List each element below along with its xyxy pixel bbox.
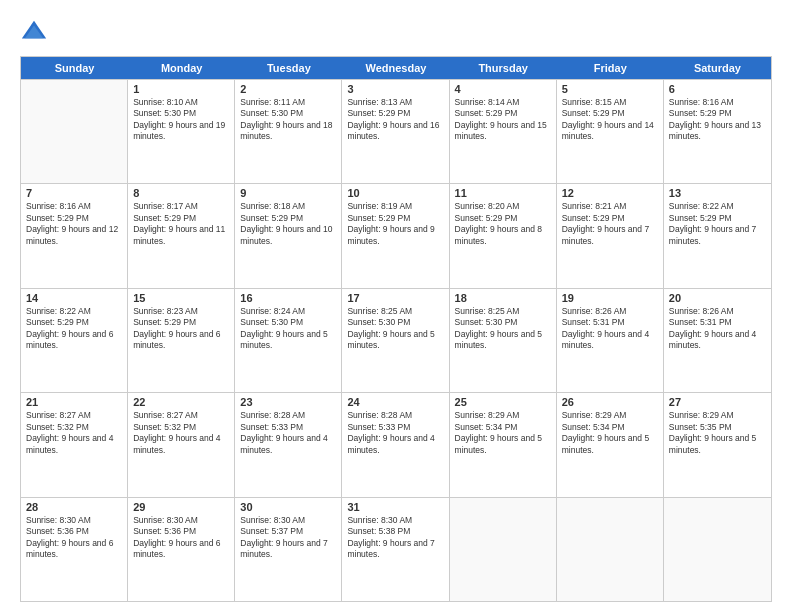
calendar-row-4: 28Sunrise: 8:30 AMSunset: 5:36 PMDayligh…	[21, 497, 771, 601]
day-number: 17	[347, 292, 443, 304]
day-cell-20: 20Sunrise: 8:26 AMSunset: 5:31 PMDayligh…	[664, 289, 771, 392]
day-cell-19: 19Sunrise: 8:26 AMSunset: 5:31 PMDayligh…	[557, 289, 664, 392]
day-cell-14: 14Sunrise: 8:22 AMSunset: 5:29 PMDayligh…	[21, 289, 128, 392]
header-day-wednesday: Wednesday	[342, 57, 449, 79]
day-cell-2: 2Sunrise: 8:11 AMSunset: 5:30 PMDaylight…	[235, 80, 342, 183]
day-cell-11: 11Sunrise: 8:20 AMSunset: 5:29 PMDayligh…	[450, 184, 557, 287]
day-cell-10: 10Sunrise: 8:19 AMSunset: 5:29 PMDayligh…	[342, 184, 449, 287]
cell-info: Sunrise: 8:27 AMSunset: 5:32 PMDaylight:…	[26, 410, 122, 456]
day-number: 29	[133, 501, 229, 513]
empty-cell	[450, 498, 557, 601]
day-cell-27: 27Sunrise: 8:29 AMSunset: 5:35 PMDayligh…	[664, 393, 771, 496]
cell-info: Sunrise: 8:28 AMSunset: 5:33 PMDaylight:…	[240, 410, 336, 456]
header	[20, 18, 772, 46]
cell-info: Sunrise: 8:18 AMSunset: 5:29 PMDaylight:…	[240, 201, 336, 247]
cell-info: Sunrise: 8:23 AMSunset: 5:29 PMDaylight:…	[133, 306, 229, 352]
cell-info: Sunrise: 8:15 AMSunset: 5:29 PMDaylight:…	[562, 97, 658, 143]
empty-cell	[557, 498, 664, 601]
day-cell-18: 18Sunrise: 8:25 AMSunset: 5:30 PMDayligh…	[450, 289, 557, 392]
cell-info: Sunrise: 8:30 AMSunset: 5:36 PMDaylight:…	[133, 515, 229, 561]
cell-info: Sunrise: 8:22 AMSunset: 5:29 PMDaylight:…	[26, 306, 122, 352]
day-cell-29: 29Sunrise: 8:30 AMSunset: 5:36 PMDayligh…	[128, 498, 235, 601]
day-number: 9	[240, 187, 336, 199]
day-cell-9: 9Sunrise: 8:18 AMSunset: 5:29 PMDaylight…	[235, 184, 342, 287]
cell-info: Sunrise: 8:30 AMSunset: 5:36 PMDaylight:…	[26, 515, 122, 561]
cell-info: Sunrise: 8:13 AMSunset: 5:29 PMDaylight:…	[347, 97, 443, 143]
cell-info: Sunrise: 8:26 AMSunset: 5:31 PMDaylight:…	[669, 306, 766, 352]
day-number: 15	[133, 292, 229, 304]
day-number: 13	[669, 187, 766, 199]
day-number: 31	[347, 501, 443, 513]
calendar-row-3: 21Sunrise: 8:27 AMSunset: 5:32 PMDayligh…	[21, 392, 771, 496]
header-day-monday: Monday	[128, 57, 235, 79]
cell-info: Sunrise: 8:24 AMSunset: 5:30 PMDaylight:…	[240, 306, 336, 352]
cell-info: Sunrise: 8:30 AMSunset: 5:38 PMDaylight:…	[347, 515, 443, 561]
cell-info: Sunrise: 8:16 AMSunset: 5:29 PMDaylight:…	[669, 97, 766, 143]
day-number: 21	[26, 396, 122, 408]
day-cell-23: 23Sunrise: 8:28 AMSunset: 5:33 PMDayligh…	[235, 393, 342, 496]
day-number: 12	[562, 187, 658, 199]
day-cell-25: 25Sunrise: 8:29 AMSunset: 5:34 PMDayligh…	[450, 393, 557, 496]
day-cell-30: 30Sunrise: 8:30 AMSunset: 5:37 PMDayligh…	[235, 498, 342, 601]
day-number: 30	[240, 501, 336, 513]
calendar: SundayMondayTuesdayWednesdayThursdayFrid…	[20, 56, 772, 602]
logo	[20, 18, 52, 46]
day-number: 10	[347, 187, 443, 199]
day-number: 11	[455, 187, 551, 199]
day-cell-8: 8Sunrise: 8:17 AMSunset: 5:29 PMDaylight…	[128, 184, 235, 287]
day-cell-26: 26Sunrise: 8:29 AMSunset: 5:34 PMDayligh…	[557, 393, 664, 496]
day-number: 3	[347, 83, 443, 95]
cell-info: Sunrise: 8:29 AMSunset: 5:35 PMDaylight:…	[669, 410, 766, 456]
page: SundayMondayTuesdayWednesdayThursdayFrid…	[0, 0, 792, 612]
header-day-tuesday: Tuesday	[235, 57, 342, 79]
cell-info: Sunrise: 8:10 AMSunset: 5:30 PMDaylight:…	[133, 97, 229, 143]
empty-cell	[664, 498, 771, 601]
cell-info: Sunrise: 8:25 AMSunset: 5:30 PMDaylight:…	[347, 306, 443, 352]
cell-info: Sunrise: 8:20 AMSunset: 5:29 PMDaylight:…	[455, 201, 551, 247]
day-cell-6: 6Sunrise: 8:16 AMSunset: 5:29 PMDaylight…	[664, 80, 771, 183]
day-cell-1: 1Sunrise: 8:10 AMSunset: 5:30 PMDaylight…	[128, 80, 235, 183]
cell-info: Sunrise: 8:28 AMSunset: 5:33 PMDaylight:…	[347, 410, 443, 456]
day-cell-16: 16Sunrise: 8:24 AMSunset: 5:30 PMDayligh…	[235, 289, 342, 392]
day-cell-7: 7Sunrise: 8:16 AMSunset: 5:29 PMDaylight…	[21, 184, 128, 287]
day-cell-21: 21Sunrise: 8:27 AMSunset: 5:32 PMDayligh…	[21, 393, 128, 496]
day-number: 16	[240, 292, 336, 304]
header-day-friday: Friday	[557, 57, 664, 79]
day-number: 18	[455, 292, 551, 304]
day-cell-17: 17Sunrise: 8:25 AMSunset: 5:30 PMDayligh…	[342, 289, 449, 392]
day-number: 6	[669, 83, 766, 95]
cell-info: Sunrise: 8:30 AMSunset: 5:37 PMDaylight:…	[240, 515, 336, 561]
cell-info: Sunrise: 8:27 AMSunset: 5:32 PMDaylight:…	[133, 410, 229, 456]
cell-info: Sunrise: 8:25 AMSunset: 5:30 PMDaylight:…	[455, 306, 551, 352]
day-number: 26	[562, 396, 658, 408]
calendar-row-2: 14Sunrise: 8:22 AMSunset: 5:29 PMDayligh…	[21, 288, 771, 392]
day-number: 20	[669, 292, 766, 304]
day-cell-4: 4Sunrise: 8:14 AMSunset: 5:29 PMDaylight…	[450, 80, 557, 183]
cell-info: Sunrise: 8:22 AMSunset: 5:29 PMDaylight:…	[669, 201, 766, 247]
day-number: 8	[133, 187, 229, 199]
cell-info: Sunrise: 8:11 AMSunset: 5:30 PMDaylight:…	[240, 97, 336, 143]
day-cell-13: 13Sunrise: 8:22 AMSunset: 5:29 PMDayligh…	[664, 184, 771, 287]
day-cell-15: 15Sunrise: 8:23 AMSunset: 5:29 PMDayligh…	[128, 289, 235, 392]
day-cell-5: 5Sunrise: 8:15 AMSunset: 5:29 PMDaylight…	[557, 80, 664, 183]
day-number: 23	[240, 396, 336, 408]
day-number: 1	[133, 83, 229, 95]
calendar-header: SundayMondayTuesdayWednesdayThursdayFrid…	[21, 57, 771, 79]
day-number: 7	[26, 187, 122, 199]
day-number: 27	[669, 396, 766, 408]
cell-info: Sunrise: 8:14 AMSunset: 5:29 PMDaylight:…	[455, 97, 551, 143]
cell-info: Sunrise: 8:29 AMSunset: 5:34 PMDaylight:…	[455, 410, 551, 456]
day-cell-28: 28Sunrise: 8:30 AMSunset: 5:36 PMDayligh…	[21, 498, 128, 601]
cell-info: Sunrise: 8:29 AMSunset: 5:34 PMDaylight:…	[562, 410, 658, 456]
day-cell-24: 24Sunrise: 8:28 AMSunset: 5:33 PMDayligh…	[342, 393, 449, 496]
header-day-sunday: Sunday	[21, 57, 128, 79]
day-number: 24	[347, 396, 443, 408]
empty-cell	[21, 80, 128, 183]
cell-info: Sunrise: 8:26 AMSunset: 5:31 PMDaylight:…	[562, 306, 658, 352]
day-cell-3: 3Sunrise: 8:13 AMSunset: 5:29 PMDaylight…	[342, 80, 449, 183]
day-cell-12: 12Sunrise: 8:21 AMSunset: 5:29 PMDayligh…	[557, 184, 664, 287]
cell-info: Sunrise: 8:16 AMSunset: 5:29 PMDaylight:…	[26, 201, 122, 247]
logo-icon	[20, 18, 48, 46]
calendar-body: 1Sunrise: 8:10 AMSunset: 5:30 PMDaylight…	[21, 79, 771, 601]
cell-info: Sunrise: 8:21 AMSunset: 5:29 PMDaylight:…	[562, 201, 658, 247]
